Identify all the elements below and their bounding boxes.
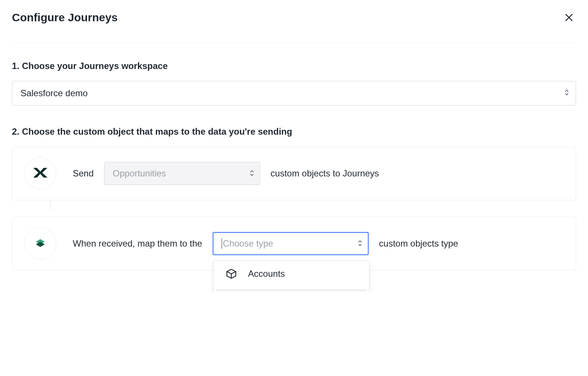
type-select[interactable]: Choose type	[213, 232, 369, 255]
journeys-icon	[32, 234, 49, 253]
dropdown-item-accounts[interactable]: Accounts	[214, 261, 369, 287]
destination-logo	[24, 228, 56, 260]
receive-suffix: custom objects type	[379, 238, 458, 249]
opportunities-select-placeholder: Opportunities	[113, 168, 166, 179]
send-suffix: custom objects to Journeys	[270, 168, 379, 179]
select-caret-icon	[357, 238, 363, 249]
dropdown-item-label: Accounts	[248, 269, 285, 279]
close-icon	[565, 17, 573, 23]
step-1-section: 1. Choose your Journeys workspace Salesf…	[12, 61, 576, 106]
dropdown-item-new-type[interactable]: New object type	[216, 289, 367, 291]
send-card: Send Opportunities custom objects to Jou…	[12, 147, 576, 200]
close-button[interactable]	[562, 10, 576, 25]
send-prefix: Send	[73, 168, 94, 179]
receive-card: When received, map them to the Choose ty…	[12, 217, 576, 270]
source-logo	[24, 157, 56, 189]
workspace-select-value: Salesforce demo	[21, 88, 88, 98]
step-2-section: 2. Choose the custom object that maps to…	[12, 126, 576, 270]
select-caret-icon	[249, 168, 254, 179]
step-1-heading: 1. Choose your Journeys workspace	[12, 61, 576, 71]
connector-arrow	[50, 200, 51, 217]
receive-prefix: When received, map them to the	[73, 238, 202, 249]
workspace-select[interactable]: Salesforce demo	[12, 81, 576, 106]
type-dropdown: Accounts New object type	[213, 260, 369, 291]
svg-marker-2	[33, 168, 47, 178]
cube-icon	[226, 268, 237, 279]
page-title: Configure Journeys	[12, 11, 118, 24]
step-2-heading: 2. Choose the custom object that maps to…	[12, 126, 576, 137]
hex-x-icon	[32, 164, 49, 183]
modal-header: Configure Journeys	[12, 10, 576, 43]
type-select-placeholder: Choose type	[223, 238, 273, 249]
opportunities-select[interactable]: Opportunities	[104, 162, 260, 185]
